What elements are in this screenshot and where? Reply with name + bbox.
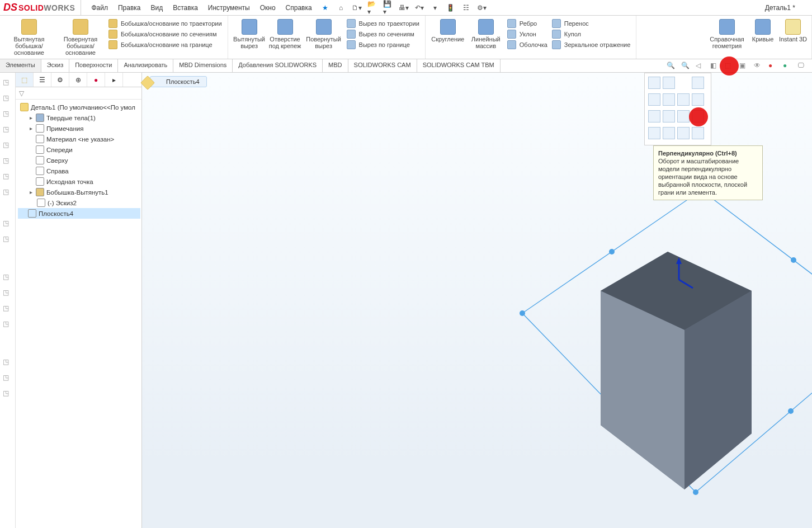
rib-button[interactable]: Ребро [507, 19, 547, 28]
tab-mbd[interactable]: MBD [323, 59, 348, 72]
shell-button[interactable]: Оболочка [507, 40, 547, 49]
strip-icon[interactable]: ◳ [3, 273, 13, 283]
zoom-fit-icon[interactable]: 🔍 [667, 62, 676, 70]
rebuild-icon[interactable]: 🚦 [446, 3, 456, 13]
tab-addins[interactable]: Добавления SOLIDWORKS [233, 59, 323, 72]
strip-icon[interactable]: ◳ [3, 172, 13, 182]
fm-filter[interactable]: ▽ [16, 87, 141, 100]
fillet-button[interactable]: Скругление [429, 18, 467, 43]
open-doc-icon[interactable]: 📂▾ [367, 3, 377, 13]
zoom-area-icon[interactable]: 🔍 [681, 62, 690, 70]
tree-solid-bodies[interactable]: ▸Твердые тела(1) [18, 112, 140, 123]
view-dimetric-icon[interactable] [663, 110, 675, 122]
boss-revolve-button[interactable]: Повернутая бобышка/основание [55, 18, 106, 56]
hole-wizard-button[interactable]: Отверстие под крепеж [267, 18, 303, 49]
menu-view[interactable]: Вид [147, 2, 168, 13]
cut-sweep-button[interactable]: Вырез по траектории [347, 19, 419, 28]
linear-pattern-button[interactable]: Линейный массив [467, 18, 505, 49]
tree-plane4[interactable]: Плоскость4 [18, 208, 140, 219]
tree-sketch2[interactable]: (-) Эскиз2 [18, 197, 140, 208]
tree-material[interactable]: Материал <не указан> [18, 134, 140, 144]
viewport-settings-icon[interactable]: 🖵 [797, 62, 806, 70]
view-normal-to-icon[interactable] [692, 110, 704, 122]
mirror-button[interactable]: Зеркальное отражение [552, 40, 631, 49]
tab-mbd-dimensions[interactable]: MBD Dimensions [173, 59, 233, 72]
view-iso-icon[interactable] [663, 77, 675, 89]
strip-icon[interactable]: ◳ [3, 374, 13, 384]
tab-evaluate[interactable]: Анализировать [118, 59, 173, 72]
cut-boundary-button[interactable]: Вырез по границе [347, 40, 419, 49]
menu-help[interactable]: Справка [281, 2, 317, 13]
view-left-icon[interactable] [663, 93, 675, 106]
display-style-icon[interactable]: ▣ [739, 62, 748, 70]
menu-edit[interactable]: Правка [114, 2, 145, 13]
prev-view-icon[interactable]: ◁ [696, 62, 705, 70]
fm-tab-display[interactable]: ● [87, 73, 105, 87]
hide-show-icon[interactable]: 👁 [754, 62, 763, 70]
cut-revolve-button[interactable]: Повернутый вырез [303, 18, 344, 49]
select-icon[interactable]: ▾ [430, 3, 440, 13]
viewport-2h-icon[interactable] [663, 127, 675, 139]
appearance-icon[interactable]: ● [768, 62, 777, 70]
strip-icon[interactable]: ◳ [3, 188, 13, 198]
dome-button[interactable]: Купол [552, 30, 631, 39]
fm-tab-prop[interactable]: ☰ [34, 73, 51, 87]
strip-icon[interactable]: ◳ [3, 94, 13, 104]
tree-front-plane[interactable]: Спереди [18, 144, 140, 155]
cut-loft-button[interactable]: Вырез по сечениям [347, 30, 419, 39]
menu-window[interactable]: Окно [256, 2, 280, 13]
strip-icon[interactable]: ◳ [3, 110, 13, 120]
fm-tab-tree[interactable]: ⬚ [16, 73, 34, 87]
view-bottom-icon[interactable] [648, 110, 660, 122]
view-right-icon[interactable] [677, 93, 690, 106]
tab-swcam[interactable]: SOLIDWORKS CAM [348, 59, 417, 72]
pin-icon[interactable]: ★ [322, 4, 328, 12]
tree-annotations[interactable]: ▸Примечания [18, 123, 140, 134]
menu-file[interactable]: Файл [87, 2, 112, 13]
wrap-button[interactable]: Перенос [552, 19, 631, 28]
options-list-icon[interactable]: ☷ [461, 3, 471, 13]
ref-geometry-button[interactable]: Справочная геометрия [706, 18, 748, 49]
fm-tab-more[interactable]: ▸ [105, 73, 123, 87]
graphics-viewport[interactable]: Плоскость4 [142, 73, 812, 528]
strip-icon[interactable]: ◳ [3, 289, 13, 299]
view-cube-icon[interactable] [692, 77, 704, 89]
strip-icon[interactable]: ◳ [3, 219, 13, 229]
tab-sketch[interactable]: Эскиз [41, 59, 69, 72]
strip-icon[interactable]: ◳ [3, 358, 13, 368]
tab-swcam-tbm[interactable]: SOLIDWORKS CAM TBM [417, 59, 501, 72]
tab-surfaces[interactable]: Поверхности [69, 59, 118, 72]
instant3d-button[interactable]: Instant 3D [778, 18, 808, 43]
view-top-icon[interactable] [692, 93, 704, 106]
tree-boss-extrude[interactable]: ▸Бобышка-Вытянуть1 [18, 187, 140, 197]
boss-sweep-button[interactable]: Бобышка/основание по траектории [108, 19, 222, 28]
undo-icon[interactable]: ↶▾ [414, 3, 424, 13]
tree-top-plane[interactable]: Сверху [18, 155, 140, 166]
new-doc-icon[interactable]: 🗋▾ [352, 3, 362, 13]
viewport-2v-icon[interactable] [677, 127, 690, 139]
viewport-single-icon[interactable] [648, 127, 660, 139]
boss-loft-button[interactable]: Бобышка/основание по сечениям [108, 30, 222, 39]
tab-features[interactable]: Элементы [0, 59, 41, 72]
cut-extrude-button[interactable]: Вытянутый вырез [232, 18, 267, 49]
fm-tab-dim[interactable]: ⊕ [69, 73, 87, 87]
curves-button[interactable]: Кривые [748, 18, 778, 43]
breadcrumb[interactable]: Плоскость4 [150, 76, 207, 87]
print-icon[interactable]: 🖶▾ [399, 3, 409, 13]
boss-boundary-button[interactable]: Бобышка/основание на границе [108, 40, 222, 49]
tree-right-plane[interactable]: Справа [18, 166, 140, 176]
view-trimetric-icon[interactable] [677, 110, 690, 122]
home-icon[interactable]: ⌂ [336, 3, 346, 13]
view-orientation-icon[interactable]: ⬚ [725, 62, 734, 70]
strip-icon[interactable]: ◳ [3, 235, 13, 245]
fm-tab-config[interactable]: ⚙ [51, 73, 69, 87]
section-view-icon[interactable]: ◧ [710, 62, 719, 70]
strip-icon[interactable]: ◳ [3, 78, 13, 88]
save-icon[interactable]: 💾▾ [383, 3, 393, 13]
menu-tools[interactable]: Инструменты [204, 2, 254, 13]
strip-icon[interactable]: ◳ [3, 141, 13, 151]
settings-gear-icon[interactable]: ⚙▾ [477, 3, 487, 13]
view-front-icon[interactable] [648, 77, 660, 89]
tree-root[interactable]: Деталь1 (По умолчанию<<По умол [18, 102, 140, 112]
strip-icon[interactable]: ◳ [3, 320, 13, 330]
